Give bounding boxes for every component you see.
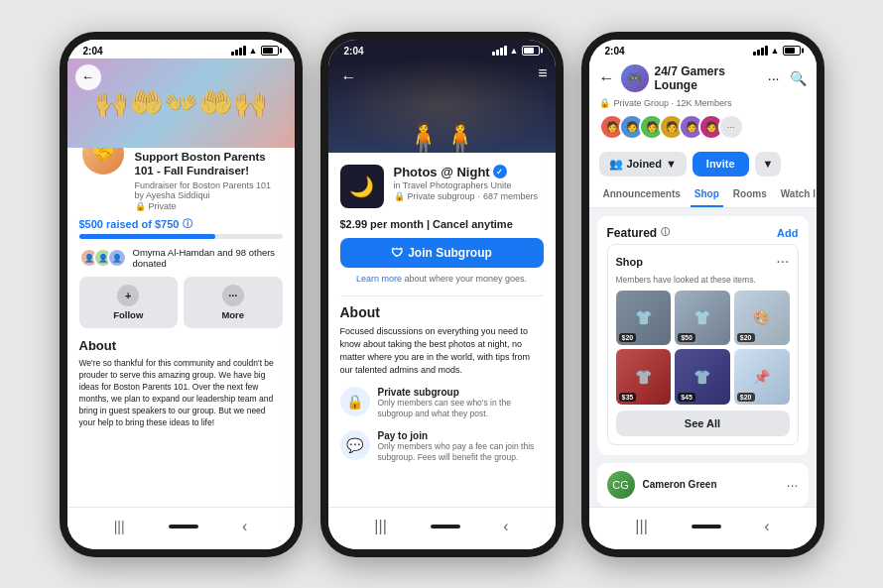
join-subgroup-button[interactable]: 🛡 Join Subgroup [340, 238, 544, 268]
scene: 2:04 ▲ 🙌🤲👐🤲🙌 ← 🤝 [0, 0, 883, 588]
wifi-icon-3: ▲ [771, 46, 780, 56]
donors-row: 👤 👤 👤 Omyma Al-Hamdan and 98 others dona… [79, 247, 283, 269]
shop-item[interactable]: 👕 $35 [616, 349, 672, 405]
shop-more-icon[interactable]: ··· [776, 253, 789, 271]
status-bar-2: 2:04 ▲ [328, 40, 556, 59]
fundraiser-title: Support Boston Parents 101 - Fall Fundra… [135, 150, 283, 179]
subgroup-header: 🌙 Photos @ Night ✓ in Travel Photographe… [340, 165, 544, 208]
signal-icon-2 [492, 46, 507, 56]
tab-announcements[interactable]: Announcements [599, 182, 685, 207]
raised-amount: $500 raised of $750 ⓘ [79, 217, 283, 231]
action-row-3: 👥 Joined ▼ Invite ▼ [589, 148, 817, 182]
more-button[interactable]: ··· More [184, 277, 283, 328]
nav-back-btn-3[interactable]: ‹ [754, 514, 779, 539]
phone-gamers: 2:04 ▲ ← 🎮 24/7 Gamers Lounge ··· 🔍 [581, 32, 824, 557]
menu-button-2[interactable]: ≡ [538, 64, 547, 82]
lock-icon-2: 🔒 [394, 191, 405, 201]
group-nav: ← 🎮 24/7 Gamers Lounge ··· 🔍 [589, 59, 817, 96]
tab-shop[interactable]: Shop [691, 182, 723, 207]
divider-2 [340, 295, 544, 296]
nav-back-btn-2[interactable]: ‹ [493, 514, 518, 539]
shop-item[interactable]: 📌 $20 [734, 349, 790, 405]
action-buttons: + Follow ··· More [79, 277, 283, 328]
shop-header: Shop ··· [616, 253, 790, 271]
status-icons-3: ▲ [753, 46, 801, 56]
tab-watch[interactable]: Watch l [777, 182, 817, 207]
shop-item[interactable]: 🎨 $20 [734, 291, 790, 346]
members-more-btn[interactable]: ··· [718, 114, 744, 140]
battery-icon-2 [522, 46, 540, 56]
more-options-icon[interactable]: ··· [768, 70, 780, 86]
nav-home-indicator[interactable] [169, 525, 198, 529]
pay-feature-desc: Only members who pay a fee can join this… [378, 441, 544, 464]
status-time-3: 2:04 [605, 46, 625, 57]
subgroup-meta: 🔒 Private subgroup · 687 members [394, 191, 544, 201]
profile-section: 🤝 Support Boston Parents 101 - Fall Fund… [79, 148, 283, 212]
shop-item[interactable]: 👕 $45 [675, 349, 730, 405]
lock-feature-icon: 🔒 [340, 387, 370, 416]
nav-menu-btn[interactable]: ||| [104, 515, 135, 538]
group-avatar-1: 🤝 [79, 148, 127, 177]
invite-button[interactable]: Invite [693, 152, 749, 176]
nav-menu-btn-3[interactable]: ||| [625, 514, 657, 539]
tab-rooms[interactable]: Rooms [729, 182, 771, 207]
shop-item[interactable]: 👕 $50 [675, 291, 730, 346]
joined-button[interactable]: 👥 Joined ▼ [599, 152, 687, 176]
learn-more-link[interactable]: Learn more [356, 274, 402, 284]
follow-button[interactable]: + Follow [79, 277, 179, 328]
nav-back-btn[interactable]: ‹ [232, 514, 257, 539]
subgroup-name: Photos @ Night ✓ [394, 165, 544, 179]
shop-item-price: $50 [678, 333, 695, 342]
donor-avatar: 👤 [107, 248, 127, 268]
back-button-2[interactable]: ← [336, 64, 362, 90]
people-icon: 👥 [609, 158, 623, 171]
fundraiser-subtitle: Fundraiser for Boston Parents 101 by Aye… [135, 180, 283, 200]
back-button-1[interactable]: ← [75, 64, 101, 90]
status-bar-3: 2:04 ▲ [589, 40, 817, 59]
see-all-button[interactable]: See All [616, 411, 790, 436]
price-text: $2.99 per month | Cancel anytime [340, 218, 544, 230]
post-row: CG Cameron Green ··· [597, 463, 809, 507]
about-title-2: About [340, 304, 544, 320]
post-author-avatar: CG [607, 471, 635, 499]
more-chevron-button[interactable]: ▼ [755, 152, 782, 176]
follow-icon: + [117, 285, 139, 306]
chevron-down-icon: ▼ [666, 158, 677, 170]
private-feature: 🔒 Private subgroup Only members can see … [340, 387, 544, 420]
search-icon-3[interactable]: 🔍 [790, 70, 807, 86]
hero-figures: 🧍🧍 [405, 123, 478, 153]
battery-icon-3 [783, 46, 801, 56]
nav-icons-3: ··· 🔍 [768, 70, 807, 86]
info-icon-3: ⓘ [661, 226, 670, 239]
post-more-icon[interactable]: ··· [787, 477, 799, 493]
back-icon-1: ← [81, 69, 94, 84]
pay-feature-icon: 💬 [340, 430, 370, 460]
wifi-icon: ▲ [249, 46, 258, 56]
nav-home-indicator-3[interactable] [692, 525, 721, 529]
subgroup-parent: in Travel Photographers Unite [394, 180, 544, 190]
battery-icon [261, 46, 279, 56]
signal-icon-3 [753, 46, 768, 56]
back-button-3[interactable]: ← [599, 69, 615, 87]
subgroup-avatar: 🌙 [340, 165, 384, 208]
group-meta-3: 🔒 Private Group · 12K Members [589, 96, 817, 114]
status-icons-2: ▲ [492, 46, 540, 56]
add-button[interactable]: Add [777, 227, 798, 239]
shop-item[interactable]: 👕 $20 [616, 291, 672, 346]
progress-bar-fill [79, 234, 215, 239]
bottom-nav-3: ||| ‹ [589, 507, 817, 549]
private-feature-desc: Only members can see who's in the subgro… [378, 398, 544, 420]
about-section-1: About We're so thankful for this communi… [79, 338, 283, 428]
nav-home-indicator-2[interactable] [431, 525, 460, 529]
about-text-1: We're so thankful for this community and… [79, 358, 283, 428]
nav-menu-btn-2[interactable]: ||| [364, 514, 396, 539]
donor-avatars: 👤 👤 👤 [79, 248, 127, 268]
status-icons-1: ▲ [231, 46, 279, 56]
status-time-1: 2:04 [83, 46, 103, 57]
subgroup-content: 🌙 Photos @ Night ✓ in Travel Photographe… [328, 153, 556, 507]
bottom-nav-2: ||| ‹ [328, 507, 556, 549]
lock-icon-1: 🔒 [135, 201, 146, 211]
status-bar-1: 2:04 ▲ [67, 40, 295, 59]
signal-icon [231, 46, 246, 56]
pay-feature: 💬 Pay to join Only members who pay a fee… [340, 430, 544, 464]
